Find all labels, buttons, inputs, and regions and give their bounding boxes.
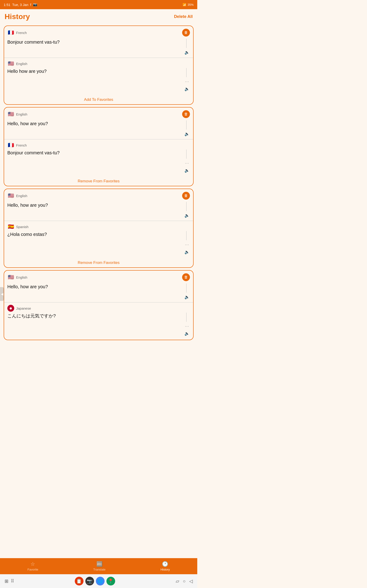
target-speaker-button-4[interactable]: 🔈 xyxy=(184,330,190,337)
share-button[interactable]: ⋯ xyxy=(184,78,190,85)
delete-card-1-button[interactable]: 🗑 xyxy=(182,29,190,36)
source-speaker-button-2[interactable]: 🔈 xyxy=(184,131,190,137)
source-lang-label: 🇫🇷 French xyxy=(7,29,27,36)
share-button-4[interactable]: ⋯ xyxy=(184,323,190,329)
add-favorites-button-1[interactable]: Add To Favorites xyxy=(4,95,193,104)
target-side-icons-3: ⋯ 🔈 xyxy=(182,231,190,255)
source-translation-text-3: Hello, how are you? xyxy=(7,202,182,208)
english-flag: 🇺🇸 xyxy=(7,60,14,67)
status-bar: 1:51 Tue, 3 Jan f 📷 📶 35% xyxy=(0,0,197,9)
source-side-icons: 🔈 xyxy=(182,39,190,55)
target-lang-label-3: 🇪🇸 Spanish xyxy=(7,223,190,230)
source-lang-label-2: 🇺🇸 English xyxy=(7,111,27,118)
history-card-3: 🇺🇸 English 🗑 Hello, how are you? 🔈 🇪🇸 Sp… xyxy=(4,189,194,268)
source-text-row: Bonjour comment vas-tu? 🔈 xyxy=(4,38,193,58)
source-lang-text-4: English xyxy=(16,275,27,279)
english-flag-4: 🇺🇸 xyxy=(7,274,14,281)
source-lang-row-4: 🇺🇸 English 🗑 xyxy=(4,271,193,283)
status-battery: 35% xyxy=(188,3,194,6)
share-button-2[interactable]: ⋯ xyxy=(184,160,190,166)
french-flag-2: 🇫🇷 xyxy=(7,142,14,149)
target-translation-text: Hello how are you? xyxy=(7,68,182,74)
source-lang-row: 🇫🇷 French 🗑 xyxy=(4,26,193,38)
source-side-icons-2: 🔈 xyxy=(182,120,190,137)
divider xyxy=(186,202,186,211)
status-icons: 📷 xyxy=(33,2,37,7)
status-date: Tue, 3 Jan xyxy=(12,3,28,7)
delete-card-2-button[interactable]: 🗑 xyxy=(182,110,190,118)
target-section: 🇺🇸 English Hello how are you? ⋯ 🔈 xyxy=(4,58,193,95)
source-speaker-button-3[interactable]: 🔈 xyxy=(184,212,190,218)
history-card-4: 🇺🇸 English 🗑 Hello, how are you? 🔈 ● Jap… xyxy=(4,270,194,340)
target-speaker-button[interactable]: 🔈 xyxy=(184,86,190,92)
divider xyxy=(186,313,186,322)
page-header: History Delete All xyxy=(0,9,197,23)
target-lang-text: English xyxy=(16,62,27,66)
divider xyxy=(186,39,186,48)
source-lang-text-3: English xyxy=(16,194,27,198)
target-speaker-button-2[interactable]: 🔈 xyxy=(184,167,190,173)
target-lang-label: 🇺🇸 English xyxy=(7,60,190,67)
source-lang-text: French xyxy=(16,31,27,35)
source-translation-text-2: Hello, how are you? xyxy=(7,120,182,127)
english-flag-3: 🇺🇸 xyxy=(7,192,14,199)
source-side-icons-3: 🔈 xyxy=(182,202,190,218)
target-translation-text-4: こんにちは元気ですか? xyxy=(7,313,182,319)
source-text-row-2: Hello, how are you? 🔈 xyxy=(4,120,193,139)
target-lang-label-2: 🇫🇷 French xyxy=(7,142,190,149)
source-text-row-3: Hello, how are you? 🔈 xyxy=(4,201,193,221)
target-lang-label-4: ● Japanese xyxy=(7,305,190,312)
source-speaker-button[interactable]: 🔈 xyxy=(184,49,190,55)
source-lang-row-2: 🇺🇸 English 🗑 xyxy=(4,107,193,120)
share-button-3[interactable]: ⋯ xyxy=(184,242,190,248)
target-text-row-3: ¿Hola como estas? ⋯ 🔈 xyxy=(7,230,190,257)
target-section-2: 🇫🇷 French Bonjour comment vas-tu? ⋯ 🔈 xyxy=(4,139,193,177)
page-title: History xyxy=(5,12,30,21)
status-fb-icon: f xyxy=(30,3,31,7)
target-lang-text-2: French xyxy=(16,143,27,147)
divider xyxy=(186,231,186,240)
history-card-2: 🇺🇸 English 🗑 Hello, how are you? 🔈 🇫🇷 Fr… xyxy=(4,107,194,186)
target-side-icons-4: ⋯ 🔈 xyxy=(182,313,190,337)
source-translation-text-4: Hello, how are you? xyxy=(7,284,182,290)
target-text-row-4: こんにちは元気ですか? ⋯ 🔈 xyxy=(7,312,190,339)
target-text-row: Hello how are you? ⋯ 🔈 xyxy=(7,67,190,94)
english-flag-2: 🇺🇸 xyxy=(7,111,14,118)
target-lang-text-4: Japanese xyxy=(16,306,31,310)
source-lang-row-3: 🇺🇸 English 🗑 xyxy=(4,189,193,201)
source-lang-text-2: English xyxy=(16,112,27,116)
target-speaker-button-3[interactable]: 🔈 xyxy=(184,249,190,255)
target-side-icons-2: ⋯ 🔈 xyxy=(182,149,190,173)
source-side-icons-4: 🔈 xyxy=(182,284,190,300)
target-translation-text-2: Bonjour comment vas-tu? xyxy=(7,149,182,156)
remove-favorites-button-3[interactable]: Remove From Favorites xyxy=(4,258,193,267)
source-text-row-4: Hello, how are you? 🔈 xyxy=(4,283,193,303)
delete-card-4-button[interactable]: 🗑 xyxy=(182,273,190,281)
target-lang-text-3: Spanish xyxy=(16,225,28,229)
status-signal: 📶 xyxy=(183,3,186,6)
target-section-4: ● Japanese こんにちは元気ですか? ⋯ 🔈 xyxy=(4,303,193,340)
spanish-flag: 🇪🇸 xyxy=(7,223,14,230)
target-translation-text-3: ¿Hola como estas? xyxy=(7,231,182,237)
japanese-flag: ● xyxy=(7,305,14,312)
delete-all-button[interactable]: Delete All xyxy=(174,14,193,19)
target-text-row-2: Bonjour comment vas-tu? ⋯ 🔈 xyxy=(7,149,190,176)
divider xyxy=(186,68,186,77)
divider xyxy=(186,149,186,159)
delete-card-3-button[interactable]: 🗑 xyxy=(182,192,190,199)
source-speaker-button-4[interactable]: 🔈 xyxy=(184,294,190,300)
divider xyxy=(186,284,186,293)
divider xyxy=(186,120,186,130)
target-side-icons: ⋯ 🔈 xyxy=(182,68,190,92)
french-flag: 🇫🇷 xyxy=(7,29,14,36)
target-section-3: 🇪🇸 Spanish ¿Hola como estas? ⋯ 🔈 xyxy=(4,221,193,258)
source-translation-text: Bonjour comment vas-tu? xyxy=(7,39,182,45)
status-time: 1:51 xyxy=(4,3,10,7)
edge-back-arrow[interactable]: ◀ xyxy=(0,287,4,301)
history-list: 🇫🇷 French 🗑 Bonjour comment vas-tu? 🔈 🇺🇸… xyxy=(0,26,197,375)
source-lang-label-4: 🇺🇸 English xyxy=(7,274,27,281)
history-card-1: 🇫🇷 French 🗑 Bonjour comment vas-tu? 🔈 🇺🇸… xyxy=(4,26,194,105)
source-lang-label-3: 🇺🇸 English xyxy=(7,192,27,199)
remove-favorites-button-2[interactable]: Remove From Favorites xyxy=(4,177,193,186)
